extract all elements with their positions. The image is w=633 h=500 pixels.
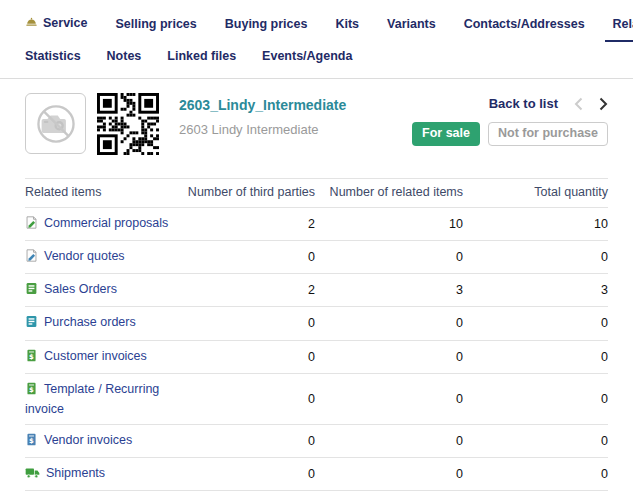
product-title: 2603_Lindy_Intermediate <box>179 97 346 113</box>
invoice-icon: $ <box>25 349 38 367</box>
total-quantity: 0 <box>463 307 608 340</box>
related-items-count: 3 <box>315 274 463 307</box>
shipments-link[interactable]: Shipments <box>46 466 105 480</box>
related-items-count: 0 <box>315 424 463 457</box>
table-row: Commercial proposals 2 10 10 <box>25 208 608 241</box>
table-row: Vendor quotes 0 0 0 <box>25 241 608 274</box>
back-to-list-link[interactable]: Back to list <box>489 96 558 111</box>
related-items-table: Related items Number of third parties Nu… <box>25 178 608 491</box>
total-quantity: 0 <box>463 424 608 457</box>
total-quantity: 0 <box>463 458 608 491</box>
related-items-count: 0 <box>315 307 463 340</box>
for-sale-badge: For sale <box>412 122 480 146</box>
related-items-count: 0 <box>315 373 463 424</box>
product-header: 2603_Lindy_Intermediate 2603 Lindy Inter… <box>25 93 608 155</box>
svg-text:$: $ <box>29 353 34 361</box>
qr-code-image <box>97 93 159 155</box>
table-row: $Template / Recurring invoice 0 0 0 <box>25 373 608 424</box>
total-quantity: 3 <box>463 274 608 307</box>
prev-arrow-icon[interactable] <box>574 97 583 111</box>
tab-service[interactable]: Service <box>25 16 87 32</box>
total-quantity: 10 <box>463 208 608 241</box>
total-quantity: 0 <box>463 241 608 274</box>
order-icon <box>25 282 38 300</box>
tab-notes[interactable]: Notes <box>107 49 142 63</box>
invoice-icon: $ <box>25 433 38 451</box>
third-parties-count: 2 <box>175 208 315 241</box>
third-parties-count: 0 <box>175 373 315 424</box>
total-quantity: 0 <box>463 340 608 373</box>
tab-events-agenda[interactable]: Events/Agenda <box>262 49 352 63</box>
table-row: Purchase orders 0 0 0 <box>25 307 608 340</box>
third-parties-count: 0 <box>175 340 315 373</box>
column-header-related-items: Related items <box>25 179 175 208</box>
third-parties-count: 0 <box>175 241 315 274</box>
tabs-primary: Service Selling prices Buying prices Kit… <box>0 0 633 32</box>
svg-text:$: $ <box>29 386 34 394</box>
order-icon <box>25 315 38 333</box>
tabs-secondary: Statistics Notes Linked files Events/Age… <box>0 49 633 63</box>
shipment-icon <box>25 466 40 484</box>
tab-linked-files[interactable]: Linked files <box>167 49 236 63</box>
related-items-count: 0 <box>315 241 463 274</box>
sales-orders-link[interactable]: Sales Orders <box>44 282 117 296</box>
customer-invoices-link[interactable]: Customer invoices <box>44 349 147 363</box>
purchase-orders-link[interactable]: Purchase orders <box>44 315 136 329</box>
column-header-related-count: Number of related items <box>315 179 463 208</box>
table-row: $Customer invoices 0 0 0 <box>25 340 608 373</box>
next-arrow-icon[interactable] <box>599 97 608 111</box>
not-for-purchase-badge: Not for purchase <box>488 122 608 146</box>
table-header-row: Related items Number of third parties Nu… <box>25 179 608 208</box>
vendor-quotes-link[interactable]: Vendor quotes <box>44 249 125 263</box>
commercial-proposals-link[interactable]: Commercial proposals <box>44 216 168 230</box>
related-items-count: 0 <box>315 340 463 373</box>
table-row: Shipments 0 0 0 <box>25 458 608 491</box>
tab-contacts-addresses[interactable]: Contacts/Addresses <box>464 17 585 31</box>
column-header-total-quantity: Total quantity <box>463 179 608 208</box>
tab-statistics[interactable]: Statistics <box>25 49 81 63</box>
service-icon <box>25 16 38 32</box>
tab-related-items[interactable]: Related items <box>613 17 633 31</box>
product-subtitle: 2603 Lindy Intermediate <box>179 122 346 137</box>
tabbar-divider <box>0 78 633 79</box>
tab-buying-prices[interactable]: Buying prices <box>225 17 308 31</box>
related-items-count: 10 <box>315 208 463 241</box>
tab-variants[interactable]: Variants <box>387 17 436 31</box>
third-parties-count: 0 <box>175 424 315 457</box>
template-recurring-invoice-link[interactable]: Template / Recurring invoice <box>25 382 159 416</box>
third-parties-count: 0 <box>175 458 315 491</box>
proposal-icon <box>25 249 38 267</box>
no-photo-placeholder-icon <box>25 93 86 154</box>
related-items-count: 0 <box>315 458 463 491</box>
product-title-block: 2603_Lindy_Intermediate 2603 Lindy Inter… <box>179 93 346 155</box>
svg-text:$: $ <box>29 437 34 445</box>
column-header-third-parties: Number of third parties <box>175 179 315 208</box>
table-row: $Vendor invoices 0 0 0 <box>25 424 608 457</box>
third-parties-count: 2 <box>175 274 315 307</box>
proposal-icon <box>25 216 38 234</box>
header-nav-block: Back to list For sale Not for purchase <box>412 93 608 155</box>
third-parties-count: 0 <box>175 307 315 340</box>
total-quantity: 0 <box>463 373 608 424</box>
invoice-icon: $ <box>25 382 38 400</box>
table-row: Sales Orders 2 3 3 <box>25 274 608 307</box>
tab-selling-prices[interactable]: Selling prices <box>115 17 196 31</box>
vendor-invoices-link[interactable]: Vendor invoices <box>44 433 132 447</box>
tab-kits[interactable]: Kits <box>335 17 359 31</box>
